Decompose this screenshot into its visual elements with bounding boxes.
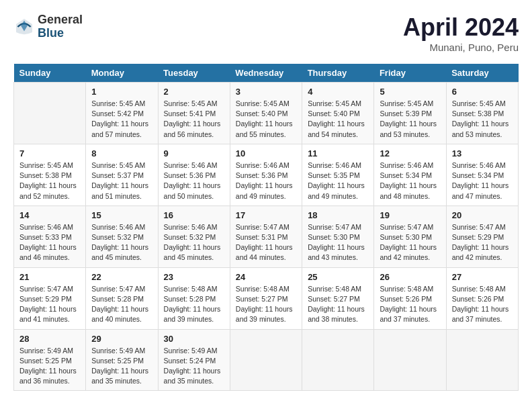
day-number: 16 — [164, 210, 224, 220]
calendar-cell: 2Sunrise: 5:45 AMSunset: 5:41 PMDaylight… — [158, 83, 230, 144]
calendar-cell: 18Sunrise: 5:47 AMSunset: 5:30 PMDayligh… — [302, 205, 374, 267]
day-info: Sunrise: 5:47 AMSunset: 5:29 PMDaylight:… — [19, 284, 80, 325]
day-number: 27 — [452, 272, 513, 282]
day-number: 23 — [164, 272, 224, 282]
calendar-cell: 25Sunrise: 5:48 AMSunset: 5:27 PMDayligh… — [302, 267, 374, 329]
logo-general: General — [38, 13, 83, 27]
day-info: Sunrise: 5:47 AMSunset: 5:31 PMDaylight:… — [236, 222, 296, 263]
day-number: 6 — [452, 87, 513, 97]
calendar-cell: 17Sunrise: 5:47 AMSunset: 5:31 PMDayligh… — [230, 205, 302, 267]
day-info: Sunrise: 5:45 AMSunset: 5:39 PMDaylight:… — [380, 99, 440, 140]
calendar-cell — [14, 83, 86, 144]
logo-icon — [13, 16, 35, 38]
day-info: Sunrise: 5:49 AMSunset: 5:25 PMDaylight:… — [91, 346, 152, 387]
day-info: Sunrise: 5:45 AMSunset: 5:38 PMDaylight:… — [452, 99, 513, 140]
day-number: 28 — [19, 334, 80, 344]
day-info: Sunrise: 5:48 AMSunset: 5:28 PMDaylight:… — [164, 284, 224, 325]
calendar-cell: 30Sunrise: 5:49 AMSunset: 5:24 PMDayligh… — [158, 329, 230, 391]
calendar-cell: 12Sunrise: 5:46 AMSunset: 5:34 PMDayligh… — [374, 144, 446, 205]
day-number: 10 — [236, 148, 296, 158]
calendar-cell: 10Sunrise: 5:46 AMSunset: 5:36 PMDayligh… — [230, 144, 302, 205]
calendar-cell: 7Sunrise: 5:45 AMSunset: 5:38 PMDaylight… — [14, 144, 86, 205]
day-info: Sunrise: 5:46 AMSunset: 5:35 PMDaylight:… — [308, 161, 368, 201]
day-number: 7 — [19, 148, 80, 158]
day-info: Sunrise: 5:46 AMSunset: 5:32 PMDaylight:… — [164, 222, 224, 263]
day-info: Sunrise: 5:47 AMSunset: 5:30 PMDaylight:… — [308, 222, 368, 263]
day-info: Sunrise: 5:45 AMSunset: 5:41 PMDaylight:… — [164, 99, 224, 140]
day-number: 15 — [91, 210, 152, 220]
day-number: 1 — [91, 87, 152, 97]
calendar-cell: 6Sunrise: 5:45 AMSunset: 5:38 PMDaylight… — [446, 83, 518, 144]
day-info: Sunrise: 5:49 AMSunset: 5:24 PMDaylight:… — [164, 346, 224, 387]
column-header-saturday: Saturday — [446, 64, 518, 83]
day-info: Sunrise: 5:47 AMSunset: 5:29 PMDaylight:… — [452, 222, 513, 263]
day-number: 3 — [236, 87, 296, 97]
day-number: 9 — [164, 148, 224, 158]
day-number: 21 — [19, 272, 80, 282]
day-info: Sunrise: 5:46 AMSunset: 5:34 PMDaylight:… — [380, 161, 440, 201]
day-number: 5 — [380, 87, 440, 97]
day-info: Sunrise: 5:46 AMSunset: 5:32 PMDaylight:… — [91, 222, 152, 263]
calendar-cell — [302, 329, 374, 391]
calendar-cell: 23Sunrise: 5:48 AMSunset: 5:28 PMDayligh… — [158, 267, 230, 329]
day-info: Sunrise: 5:45 AMSunset: 5:38 PMDaylight:… — [19, 161, 80, 201]
calendar-week-row: 7Sunrise: 5:45 AMSunset: 5:38 PMDaylight… — [14, 144, 519, 205]
title-block: April 2024 Munani, Puno, Peru — [403, 13, 519, 53]
day-number: 22 — [91, 272, 152, 282]
month-year-title: April 2024 — [403, 13, 519, 42]
day-number: 19 — [380, 210, 440, 220]
calendar-cell: 4Sunrise: 5:45 AMSunset: 5:40 PMDaylight… — [302, 83, 374, 144]
calendar-cell: 29Sunrise: 5:49 AMSunset: 5:25 PMDayligh… — [86, 329, 158, 391]
location-subtitle: Munani, Puno, Peru — [403, 42, 519, 53]
day-info: Sunrise: 5:47 AMSunset: 5:30 PMDaylight:… — [380, 222, 440, 263]
calendar-week-row: 21Sunrise: 5:47 AMSunset: 5:29 PMDayligh… — [14, 267, 519, 329]
day-info: Sunrise: 5:45 AMSunset: 5:40 PMDaylight:… — [308, 99, 368, 140]
day-number: 29 — [91, 334, 152, 344]
day-info: Sunrise: 5:45 AMSunset: 5:42 PMDaylight:… — [91, 99, 152, 140]
logo-blue: Blue — [38, 27, 83, 40]
day-number: 18 — [308, 210, 368, 220]
column-header-wednesday: Wednesday — [230, 64, 302, 83]
calendar-cell: 16Sunrise: 5:46 AMSunset: 5:32 PMDayligh… — [158, 205, 230, 267]
day-info: Sunrise: 5:48 AMSunset: 5:26 PMDaylight:… — [452, 284, 513, 325]
day-info: Sunrise: 5:45 AMSunset: 5:40 PMDaylight:… — [236, 99, 296, 140]
calendar-cell: 11Sunrise: 5:46 AMSunset: 5:35 PMDayligh… — [302, 144, 374, 205]
calendar-cell: 13Sunrise: 5:46 AMSunset: 5:34 PMDayligh… — [446, 144, 518, 205]
day-number: 26 — [380, 272, 440, 282]
calendar-cell: 14Sunrise: 5:46 AMSunset: 5:33 PMDayligh… — [14, 205, 86, 267]
page-header: General Blue April 2024 Munani, Puno, Pe… — [13, 13, 519, 53]
calendar-cell: 1Sunrise: 5:45 AMSunset: 5:42 PMDaylight… — [86, 83, 158, 144]
day-number: 2 — [164, 87, 224, 97]
day-number: 25 — [308, 272, 368, 282]
day-info: Sunrise: 5:46 AMSunset: 5:36 PMDaylight:… — [164, 161, 224, 201]
calendar-cell: 9Sunrise: 5:46 AMSunset: 5:36 PMDaylight… — [158, 144, 230, 205]
day-number: 24 — [236, 272, 296, 282]
calendar-cell: 3Sunrise: 5:45 AMSunset: 5:40 PMDaylight… — [230, 83, 302, 144]
column-header-friday: Friday — [374, 64, 446, 83]
calendar-week-row: 28Sunrise: 5:49 AMSunset: 5:25 PMDayligh… — [14, 329, 519, 391]
day-number: 11 — [308, 148, 368, 158]
day-info: Sunrise: 5:47 AMSunset: 5:28 PMDaylight:… — [91, 284, 152, 325]
calendar-cell: 28Sunrise: 5:49 AMSunset: 5:25 PMDayligh… — [14, 329, 86, 391]
column-header-monday: Monday — [86, 64, 158, 83]
day-info: Sunrise: 5:48 AMSunset: 5:26 PMDaylight:… — [380, 284, 440, 325]
calendar-cell: 26Sunrise: 5:48 AMSunset: 5:26 PMDayligh… — [374, 267, 446, 329]
column-header-tuesday: Tuesday — [158, 64, 230, 83]
calendar-week-row: 14Sunrise: 5:46 AMSunset: 5:33 PMDayligh… — [14, 205, 519, 267]
calendar-cell: 21Sunrise: 5:47 AMSunset: 5:29 PMDayligh… — [14, 267, 86, 329]
calendar-cell: 24Sunrise: 5:48 AMSunset: 5:27 PMDayligh… — [230, 267, 302, 329]
day-number: 30 — [164, 334, 224, 344]
day-info: Sunrise: 5:46 AMSunset: 5:33 PMDaylight:… — [19, 222, 80, 263]
calendar-cell: 27Sunrise: 5:48 AMSunset: 5:26 PMDayligh… — [446, 267, 518, 329]
calendar-week-row: 1Sunrise: 5:45 AMSunset: 5:42 PMDaylight… — [14, 83, 519, 144]
column-header-sunday: Sunday — [14, 64, 86, 83]
day-info: Sunrise: 5:46 AMSunset: 5:36 PMDaylight:… — [236, 161, 296, 201]
calendar-cell — [446, 329, 518, 391]
day-number: 20 — [452, 210, 513, 220]
logo: General Blue — [13, 13, 83, 40]
day-number: 13 — [452, 148, 513, 158]
calendar-cell: 8Sunrise: 5:45 AMSunset: 5:37 PMDaylight… — [86, 144, 158, 205]
day-info: Sunrise: 5:48 AMSunset: 5:27 PMDaylight:… — [236, 284, 296, 325]
calendar-cell: 20Sunrise: 5:47 AMSunset: 5:29 PMDayligh… — [446, 205, 518, 267]
day-info: Sunrise: 5:46 AMSunset: 5:34 PMDaylight:… — [452, 161, 513, 201]
